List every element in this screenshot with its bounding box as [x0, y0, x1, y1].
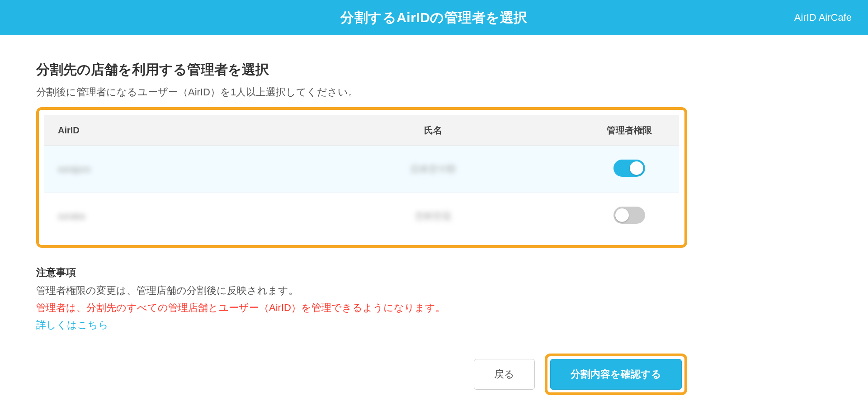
- col-header-name: 氏名: [287, 115, 580, 146]
- user-table: AirID 氏名 管理者権限 sorajuro 日本空十郎 soraka 空村空…: [44, 115, 679, 240]
- notes-warning: 管理者は、分割先のすべての管理店舗とユーザー（AirID）を管理できるようになり…: [36, 301, 687, 315]
- account-label: AirID AirCafe: [794, 12, 852, 24]
- cell-airid: sorajuro: [44, 146, 287, 193]
- confirm-button[interactable]: 分割内容を確認する: [550, 359, 682, 390]
- cell-airid: soraka: [44, 193, 287, 240]
- section-description: 分割後に管理者になるユーザー（AirID）を1人以上選択してください。: [36, 85, 687, 99]
- table-row: soraka 空村空花: [44, 193, 679, 240]
- col-header-admin: 管理者権限: [580, 115, 679, 146]
- cell-admin-toggle: [580, 146, 679, 193]
- confirm-button-highlight: 分割内容を確認する: [545, 354, 687, 395]
- table-header-row: AirID 氏名 管理者権限: [44, 115, 679, 146]
- col-header-airid: AirID: [44, 115, 287, 146]
- details-link[interactable]: 詳しくはこちら: [36, 318, 108, 332]
- table-row: sorajuro 日本空十郎: [44, 146, 679, 193]
- back-button[interactable]: 戻る: [474, 359, 535, 390]
- main-content: 分割先の店舗を利用する管理者を選択 分割後に管理者になるユーザー（AirID）を…: [36, 35, 687, 395]
- admin-toggle[interactable]: [613, 160, 645, 177]
- user-table-highlight: AirID 氏名 管理者権限 sorajuro 日本空十郎 soraka 空村空…: [36, 107, 687, 248]
- cell-admin-toggle: [580, 193, 679, 240]
- app-header: 分割するAirIDの管理者を選択 AirID AirCafe: [0, 0, 868, 35]
- admin-toggle[interactable]: [613, 207, 645, 224]
- cell-name: 日本空十郎: [287, 146, 580, 193]
- notes-section: 注意事項 管理者権限の変更は、管理店舗の分割後に反映されます。 管理者は、分割先…: [36, 266, 687, 332]
- notes-line: 管理者権限の変更は、管理店舗の分割後に反映されます。: [36, 284, 687, 297]
- section-title: 分割先の店舗を利用する管理者を選択: [36, 61, 687, 79]
- notes-title: 注意事項: [36, 266, 687, 279]
- cell-name: 空村空花: [287, 193, 580, 240]
- page-title: 分割するAirIDの管理者を選択: [340, 9, 528, 27]
- footer-buttons: 戻る 分割内容を確認する: [36, 354, 687, 395]
